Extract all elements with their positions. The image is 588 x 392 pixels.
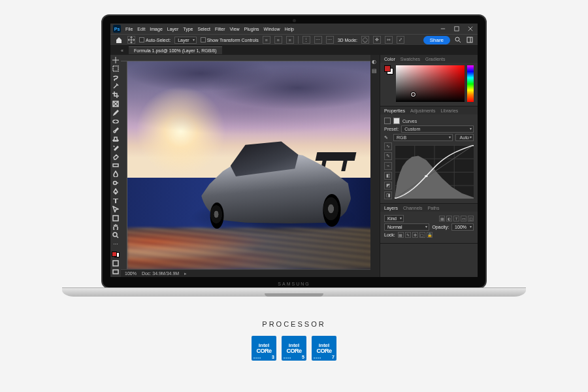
crop-tool[interactable] bbox=[111, 91, 120, 99]
tab-gradients[interactable]: Gradients bbox=[425, 57, 445, 61]
window-maximize-button[interactable] bbox=[452, 25, 461, 33]
curve-draw-icon[interactable]: ✎ bbox=[384, 152, 392, 160]
menu-filter[interactable]: Filter bbox=[215, 27, 225, 31]
preset-dropdown[interactable]: Custom bbox=[401, 125, 474, 133]
menu-plugins[interactable]: Plugins bbox=[244, 27, 259, 31]
wand-tool[interactable] bbox=[111, 82, 120, 90]
tab-swatches[interactable]: Swatches bbox=[400, 57, 420, 61]
brush-tool[interactable] bbox=[111, 127, 120, 134]
lock-position-icon[interactable]: ✥ bbox=[412, 232, 418, 238]
blur-tool[interactable] bbox=[111, 171, 120, 178]
align-left-icon[interactable]: ≡ bbox=[263, 36, 270, 44]
tab-layers[interactable]: Layers bbox=[384, 206, 398, 210]
menu-image[interactable]: Image bbox=[150, 27, 162, 31]
eraser-tool[interactable] bbox=[111, 153, 120, 160]
menu-view[interactable]: View bbox=[230, 27, 240, 31]
heal-tool[interactable] bbox=[111, 118, 120, 125]
auto-select-checkbox[interactable]: Auto-Select: bbox=[139, 37, 171, 42]
marquee-tool[interactable] bbox=[111, 65, 120, 72]
move-tool[interactable] bbox=[111, 56, 120, 63]
lasso-tool[interactable] bbox=[111, 74, 120, 81]
screenmode-tool[interactable] bbox=[111, 269, 120, 276]
menu-edit[interactable]: Edit bbox=[137, 27, 145, 31]
lock-paint-icon[interactable]: ✎ bbox=[405, 232, 411, 238]
dock-icon-brush[interactable]: ▤ bbox=[372, 68, 378, 74]
eyedropper-tool[interactable] bbox=[111, 109, 120, 116]
window-close-button[interactable] bbox=[466, 25, 475, 33]
menu-window[interactable]: Window bbox=[264, 27, 280, 31]
menu-type[interactable]: Type bbox=[183, 27, 193, 31]
distribute-v-icon[interactable]: ⋯ bbox=[314, 36, 322, 44]
lock-transparency-icon[interactable]: ▦ bbox=[398, 232, 404, 238]
distribute-h-icon[interactable]: ⋮ bbox=[302, 36, 310, 44]
filter-pixel-icon[interactable]: ▦ bbox=[439, 216, 445, 221]
dodge-tool[interactable] bbox=[111, 179, 120, 186]
3d-pan-icon[interactable]: ✥ bbox=[373, 36, 381, 44]
menu-help[interactable]: Help bbox=[284, 27, 293, 31]
lock-all-icon[interactable]: 🔒 bbox=[427, 232, 433, 238]
stamp-tool[interactable] bbox=[111, 135, 120, 142]
tab-chevron-icon[interactable]: « bbox=[121, 48, 125, 52]
type-tool[interactable] bbox=[111, 197, 120, 204]
curve-point-icon[interactable]: ∿ bbox=[384, 142, 392, 150]
tab-properties[interactable]: Properties bbox=[384, 108, 405, 113]
share-button[interactable]: Share bbox=[423, 36, 450, 44]
tab-channels[interactable]: Channels bbox=[403, 206, 423, 210]
tab-libraries[interactable]: Libraries bbox=[440, 108, 458, 113]
curve-smooth-icon[interactable]: ⌁ bbox=[384, 162, 392, 170]
shape-tool[interactable] bbox=[111, 214, 120, 221]
gradient-tool[interactable] bbox=[111, 161, 120, 169]
color-picker-handle[interactable] bbox=[411, 92, 416, 97]
app-logo[interactable]: Ps bbox=[113, 25, 121, 33]
quickmask-tool[interactable] bbox=[111, 259, 120, 267]
sample-black-icon[interactable]: ◧ bbox=[384, 172, 392, 180]
sample-white-icon[interactable]: ◨ bbox=[384, 191, 392, 199]
ruler-vertical[interactable] bbox=[121, 61, 127, 269]
zoom-level[interactable]: 100% bbox=[125, 271, 137, 276]
foreground-background-color[interactable] bbox=[111, 251, 120, 258]
dock-icon-history[interactable]: ◐ bbox=[372, 59, 378, 65]
path-tool[interactable] bbox=[111, 205, 120, 212]
search-icon[interactable] bbox=[454, 36, 462, 44]
more-options-icon[interactable]: ⋯ bbox=[326, 36, 334, 44]
document-tab[interactable]: Formula 1.psd@ 100% (Layer 1, RGB/8) bbox=[129, 46, 222, 54]
show-transform-checkbox[interactable]: Show Transform Controls bbox=[201, 37, 259, 42]
sample-gray-icon[interactable]: ◩ bbox=[384, 182, 392, 189]
zoom-tool[interactable] bbox=[111, 232, 120, 239]
window-minimize-button[interactable] bbox=[438, 25, 448, 33]
3d-orbit-icon[interactable]: ◯ bbox=[361, 36, 369, 44]
menu-select[interactable]: Select bbox=[198, 27, 210, 31]
filter-shape-icon[interactable]: ▭ bbox=[461, 216, 466, 221]
edit-toolbar-icon[interactable]: ⋯ bbox=[111, 240, 120, 248]
tab-adjustments[interactable]: Adjustments bbox=[410, 108, 436, 113]
3d-slide-icon[interactable]: ⇔ bbox=[385, 36, 393, 44]
home-icon[interactable] bbox=[114, 35, 123, 44]
frame-tool[interactable] bbox=[111, 100, 120, 107]
menu-file[interactable]: File bbox=[125, 27, 133, 31]
filter-type-icon[interactable]: T bbox=[453, 216, 459, 221]
blend-mode-dropdown[interactable]: Normal bbox=[384, 223, 429, 231]
hue-slider[interactable] bbox=[467, 65, 474, 102]
auto-button[interactable]: Auto bbox=[455, 134, 474, 141]
menu-layer[interactable]: Layer bbox=[167, 27, 179, 31]
pen-tool[interactable] bbox=[111, 188, 120, 195]
tab-paths[interactable]: Paths bbox=[428, 206, 440, 210]
tab-color[interactable]: Color bbox=[384, 57, 395, 61]
channel-eyedropper-icon[interactable]: ✎ bbox=[384, 135, 391, 140]
history-brush-tool[interactable] bbox=[111, 144, 120, 151]
3d-scale-icon[interactable]: ⤢ bbox=[397, 36, 404, 44]
filter-smart-icon[interactable]: ◫ bbox=[468, 216, 474, 221]
curves-graph[interactable] bbox=[395, 145, 474, 199]
ruler-horizontal[interactable] bbox=[121, 55, 370, 61]
align-center-icon[interactable]: ≡ bbox=[274, 36, 282, 44]
document-canvas[interactable] bbox=[127, 61, 370, 269]
align-right-icon[interactable]: ≡ bbox=[286, 36, 294, 44]
auto-select-dropdown[interactable]: Layer bbox=[174, 37, 197, 44]
opacity-field[interactable]: 100% bbox=[451, 223, 474, 231]
layer-kind-dropdown[interactable]: Kind bbox=[384, 215, 404, 222]
hand-tool[interactable] bbox=[111, 223, 120, 230]
workspace-icon[interactable] bbox=[466, 36, 474, 44]
lock-artboard-icon[interactable]: ▢ bbox=[419, 232, 425, 238]
channel-dropdown[interactable]: RGB bbox=[393, 134, 453, 141]
color-swatch[interactable] bbox=[384, 65, 393, 74]
